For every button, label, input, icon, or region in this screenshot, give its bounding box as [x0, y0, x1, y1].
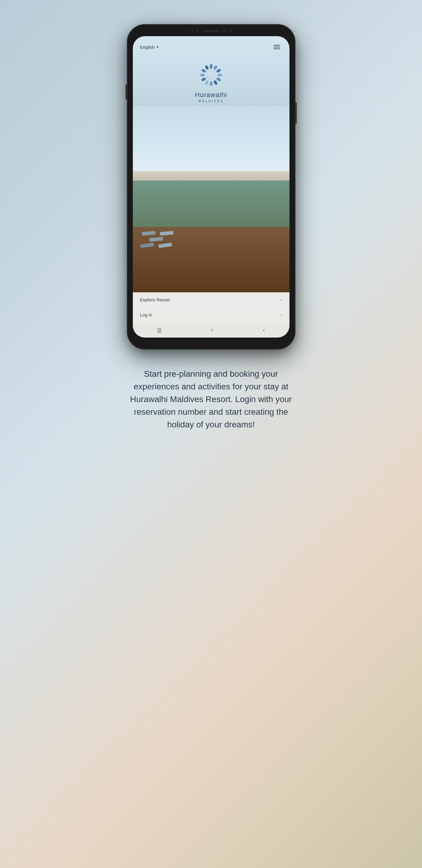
log-in-button[interactable]: Log in ›: [133, 307, 289, 322]
top-dot-1: [191, 30, 193, 33]
resort-deck: [133, 227, 289, 292]
brand-logo-icon: [198, 61, 225, 89]
top-speaker: [202, 30, 220, 32]
svg-point-11: [204, 65, 209, 70]
log-in-arrow-icon: ›: [281, 313, 282, 317]
svg-point-9: [200, 74, 205, 76]
svg-point-2: [216, 68, 221, 73]
resort-hero-image: [133, 106, 289, 292]
description-text: Start pre-planning and booking your expe…: [109, 368, 314, 431]
svg-point-8: [201, 77, 206, 82]
svg-point-3: [217, 74, 222, 76]
svg-point-5: [213, 80, 218, 86]
brand-name: Hurawalhi: [195, 91, 227, 99]
svg-point-0: [209, 64, 213, 69]
phone-frame: English ▾: [127, 24, 295, 350]
svg-point-10: [201, 68, 206, 73]
recent-apps-icon: |||: [157, 327, 161, 333]
explore-resort-button[interactable]: Explore Resort ›: [133, 292, 289, 307]
explore-resort-arrow-icon: ›: [281, 298, 282, 302]
resort-sky: [133, 106, 289, 171]
home-icon: ○: [210, 327, 214, 333]
language-selector[interactable]: English ▾: [140, 44, 158, 50]
explore-resort-label: Explore Resort: [140, 297, 170, 302]
recent-apps-button[interactable]: |||: [151, 326, 167, 335]
log-in-label: Log in: [140, 312, 153, 317]
lounger-2: [160, 231, 173, 236]
svg-point-7: [204, 80, 209, 86]
back-button[interactable]: ‹: [257, 326, 271, 335]
volume-button: [126, 84, 127, 99]
svg-point-6: [209, 82, 213, 86]
resort-scene: [133, 106, 289, 292]
top-dot-3: [229, 30, 231, 33]
app-header: English ▾: [133, 36, 289, 56]
lounger-5: [158, 243, 172, 248]
phone-mockup: English ▾: [127, 24, 295, 350]
power-button: [295, 102, 297, 124]
front-camera: [223, 30, 226, 33]
lounger-4: [140, 243, 154, 248]
phone-top-bar: [181, 28, 241, 34]
phone-screen: English ▾: [133, 36, 289, 338]
app-buttons-container: Explore Resort › Log in ›: [133, 292, 289, 322]
svg-point-1: [213, 65, 218, 70]
resort-horizon: [133, 171, 289, 181]
lounger-1: [141, 231, 155, 236]
svg-point-12: [207, 71, 215, 80]
hamburger-menu-icon: [273, 45, 280, 49]
home-button[interactable]: ○: [204, 326, 220, 335]
logo-area: Hurawalhi MALDIVES: [133, 56, 289, 106]
back-icon: ‹: [263, 327, 265, 333]
svg-point-4: [216, 77, 221, 82]
lounger-3: [149, 237, 163, 242]
android-nav-bar: ||| ○ ‹: [133, 322, 289, 338]
resort-water: [133, 181, 289, 227]
chevron-down-icon: ▾: [157, 45, 158, 49]
hamburger-menu-button[interactable]: [271, 41, 282, 53]
language-label: English: [140, 44, 155, 50]
brand-subtitle: MALDIVES: [198, 99, 224, 103]
top-dot-2: [196, 30, 199, 33]
